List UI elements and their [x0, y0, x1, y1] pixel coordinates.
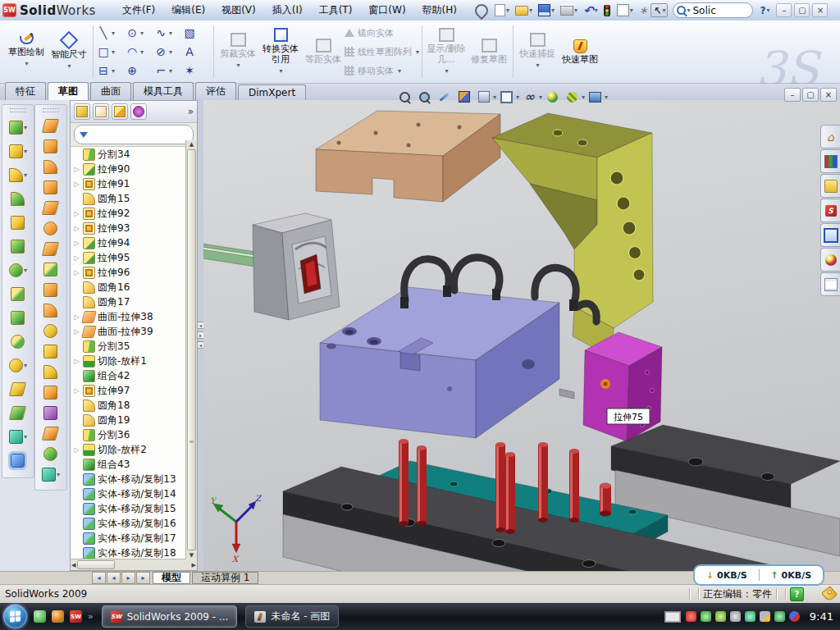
zoom-area-icon[interactable]: [416, 89, 434, 105]
tree-item[interactable]: 圆角19: [71, 413, 186, 427]
line-icon[interactable]: ╲▾: [96, 26, 125, 39]
solidworks-quicklaunch-icon[interactable]: SW: [70, 610, 82, 623]
menu-item[interactable]: 插入(I): [264, 1, 311, 20]
scroll-thumb[interactable]: [187, 149, 196, 550]
surface-loft-icon[interactable]: [42, 177, 60, 198]
rapid-sketch-button[interactable]: 快速草图: [559, 21, 601, 83]
expand-arrow-icon[interactable]: ▷: [73, 269, 80, 276]
scroll-left-icon[interactable]: ◀: [71, 562, 75, 568]
expand-arrow-icon[interactable]: ▷: [73, 313, 80, 321]
offset-entities-button[interactable]: 等距实体: [302, 21, 345, 83]
convert-entities-button[interactable]: 转换实体引用▾: [259, 21, 302, 83]
tag-icon[interactable]: [821, 586, 838, 602]
selection-box-icon[interactable]: ▧: [182, 26, 211, 39]
tab-nav-arrow[interactable]: ▸: [136, 572, 150, 584]
start-button[interactable]: [3, 605, 27, 628]
tree-item[interactable]: ▷ 切除-放样1: [71, 354, 186, 368]
command-tab[interactable]: DimXpert: [238, 84, 306, 100]
antivirus-shield-icon[interactable]: [686, 611, 696, 622]
sketch-button[interactable]: 草图绘制▾: [5, 21, 48, 83]
expand-arrow-icon[interactable]: ▷: [73, 446, 80, 454]
minimize-button[interactable]: –: [776, 3, 792, 17]
doc-close-button[interactable]: ×: [820, 88, 837, 102]
rectangle-icon[interactable]: □▾: [96, 45, 125, 58]
dimxpert-manager-tab[interactable]: [130, 103, 147, 120]
extend-surface-icon[interactable]: [42, 321, 60, 341]
tree-item[interactable]: ▷ 拉伸97: [71, 383, 186, 398]
edit-appearance-icon[interactable]: [544, 89, 562, 105]
update-gear-icon[interactable]: [715, 611, 726, 622]
health-shield-icon[interactable]: [774, 611, 785, 622]
tree-horizontal-scrollbar[interactable]: ◀ ▶: [71, 559, 197, 570]
cut-extrude-icon[interactable]: [9, 235, 27, 258]
toolbar-grip[interactable]: [10, 108, 26, 112]
apply-scene-icon[interactable]: ▾: [564, 89, 585, 105]
trim-surface-icon[interactable]: [42, 341, 60, 362]
tree-item[interactable]: 实体-移动/复制17: [71, 531, 186, 546]
tree-item[interactable]: ▷ 拉伸93: [71, 221, 186, 235]
command-tab[interactable]: 特征: [5, 82, 46, 100]
tree-item[interactable]: ▷ 曲面-拉伸38: [71, 309, 186, 324]
wireless-icon[interactable]: [745, 611, 756, 622]
tree-item[interactable]: 实体-移动/复制13: [71, 472, 186, 486]
spline-icon[interactable]: ∿▾: [153, 26, 182, 39]
axis-icon[interactable]: [9, 401, 27, 425]
fillet-icon[interactable]: ▾: [9, 163, 27, 187]
tree-item[interactable]: ▷ 拉伸96: [71, 265, 186, 280]
swept-cut-icon[interactable]: [42, 300, 60, 321]
tree-item[interactable]: 圆角15: [71, 191, 186, 206]
surface-revolve-icon[interactable]: [42, 136, 60, 157]
untrim-surface-icon[interactable]: [42, 362, 60, 382]
knit-surface-icon[interactable]: [42, 259, 60, 280]
split-icon[interactable]: [9, 282, 27, 306]
menu-item[interactable]: 视图(V): [213, 1, 264, 20]
tree-item[interactable]: 实体-移动/复制16: [71, 516, 186, 531]
toolbar-grip[interactable]: [43, 108, 59, 112]
command-tab[interactable]: 评估: [195, 82, 236, 100]
ruled-surface-icon[interactable]: [42, 423, 60, 444]
smart-dimension-button[interactable]: 智能尺寸▾: [48, 21, 90, 83]
tab-nav-arrow[interactable]: ◂: [92, 572, 106, 584]
file-explorer-tab[interactable]: [820, 174, 840, 198]
configuration-manager-tab[interactable]: [112, 103, 128, 120]
revolve-icon[interactable]: ▾: [9, 139, 27, 163]
panel-splitter[interactable]: ◂ ▸ ◂: [198, 100, 203, 571]
command-tab[interactable]: 模具工具: [133, 82, 194, 100]
instant3d-icon[interactable]: [9, 449, 27, 472]
move-entities-button[interactable]: 移动实体▾: [345, 62, 419, 80]
search-box[interactable]: ▾ Solic: [673, 2, 753, 18]
tree-item[interactable]: 实体-移动/复制18: [71, 546, 186, 559]
ellipse-icon[interactable]: ⊘▾: [153, 45, 182, 58]
view-settings-icon[interactable]: ▾: [587, 89, 608, 105]
core-block[interactable]: [203, 213, 340, 320]
expand-arrow-icon[interactable]: ▷: [73, 166, 80, 173]
surface-extrude-icon[interactable]: [42, 116, 60, 136]
section-view-icon[interactable]: [455, 89, 473, 105]
taskbar-window-button[interactable]: SW SolidWorks 2009 - ...: [102, 605, 238, 628]
feature-manager-tab[interactable]: [74, 103, 90, 120]
tree-item[interactable]: 实体-移动/复制14: [71, 486, 186, 501]
quicklaunch-overflow-chevron[interactable]: »: [88, 611, 94, 622]
command-tab[interactable]: 曲面: [90, 82, 131, 100]
expand-arrow-icon[interactable]: ▷: [73, 240, 80, 247]
tree-item[interactable]: 实体-移动/复制15: [71, 501, 186, 516]
top-plate[interactable]: [316, 111, 500, 202]
trim-entities-button[interactable]: 剪裁实体▾: [217, 21, 259, 83]
scroll-right-icon[interactable]: ▶: [192, 562, 196, 568]
expand-arrow-icon[interactable]: ▷: [73, 254, 80, 262]
display-style-icon[interactable]: ▾: [498, 89, 519, 105]
selection-filter-icon[interactable]: [602, 4, 613, 17]
undo-icon[interactable]: ▾: [582, 2, 600, 19]
pattern-icon[interactable]: ▾: [9, 258, 27, 282]
view-palette-tab[interactable]: [820, 223, 840, 247]
circle-icon[interactable]: ⊙▾: [125, 26, 153, 39]
tab-nav-arrow[interactable]: ◂: [107, 572, 121, 584]
menu-item[interactable]: 工具(T): [311, 1, 361, 20]
tree-item[interactable]: 组合42: [71, 368, 186, 383]
scroll-thumb[interactable]: [77, 560, 115, 569]
plane-icon[interactable]: [9, 377, 27, 401]
polygon-icon[interactable]: ⊕: [125, 64, 153, 77]
tree-item[interactable]: 分割34: [71, 147, 186, 162]
move-face-icon[interactable]: [42, 382, 60, 403]
combine-icon[interactable]: [9, 306, 27, 330]
